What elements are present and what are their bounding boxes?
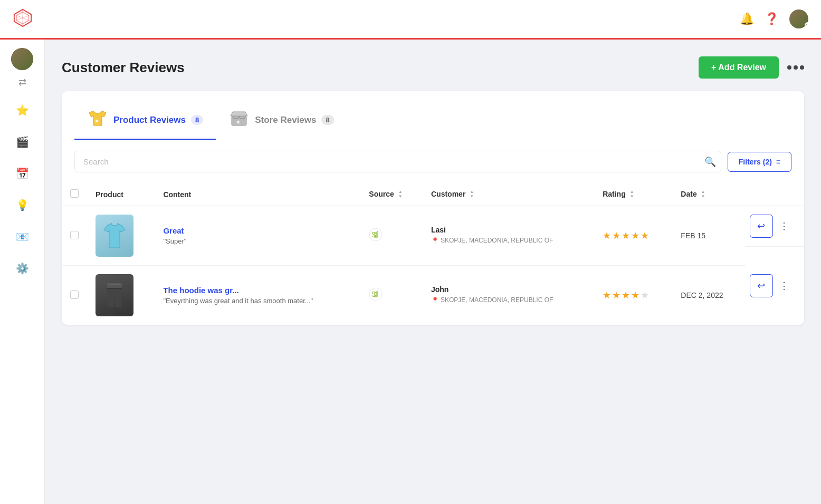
row1-product-cell (87, 206, 155, 266)
row2-star-4: ★ (631, 289, 639, 301)
search-button[interactable]: 🔍 (704, 156, 716, 168)
row1-star-5: ★ (641, 230, 649, 241)
tab-store-reviews[interactable]: ★ Store Reviews 8 (216, 102, 346, 140)
row1-location-text: SKOPJE, MACEDONIA, REPUBLIC OF (441, 236, 553, 245)
header-source[interactable]: Source ▲ ▼ (360, 183, 423, 206)
svg-text:★: ★ (94, 118, 99, 124)
row1-rating-cell: ★ ★ ★ ★ ★ (594, 206, 672, 266)
row1-shirt-image (96, 215, 133, 257)
sidebar-item-settings[interactable]: ⚙️ (9, 256, 35, 281)
logo[interactable] (13, 8, 33, 30)
row1-date-cell: FEB 15 (672, 206, 746, 266)
row2-star-1: ★ (603, 289, 611, 301)
calendar-icon: 📅 (16, 167, 29, 180)
row2-source-cell: S (360, 266, 423, 325)
svg-rect-18 (375, 293, 376, 295)
row2-customer-cell: John 📍 SKOPJE, MACEDONIA, REPUBLIC OF (423, 266, 594, 325)
more-options-button[interactable] (787, 65, 804, 70)
row2-star-2: ★ (612, 289, 620, 301)
reply-icon: ↩ (757, 220, 765, 232)
store-reviews-label: Store Reviews (255, 115, 316, 125)
row1-more-icon[interactable]: ⋮ (779, 220, 789, 232)
main-content: Customer Reviews + Add Review ★ (45, 40, 821, 504)
row2-star-3: ★ (622, 289, 630, 301)
row1-source-cell: S (360, 206, 423, 266)
reply-icon-2: ↩ (757, 280, 765, 292)
row2-content-cell: The hoodie was gr... "Eveyrthing was gre… (155, 266, 360, 325)
svg-rect-10 (374, 232, 378, 238)
store-reviews-badge: 8 (321, 115, 333, 125)
dot-3 (800, 65, 804, 70)
email-icon: 📧 (16, 230, 29, 243)
row2-location-pin-icon: 📍 (431, 296, 439, 305)
row2-more-icon[interactable]: ⋮ (779, 280, 789, 292)
search-filter-bar: 🔍 Filters (2) ≡ (62, 140, 804, 183)
search-input[interactable] (74, 151, 721, 172)
table-header-row: Product Content Source ▲ ▼ Customer (62, 183, 804, 206)
store-reviews-icon: ★ (228, 109, 250, 131)
header-checkbox[interactable] (70, 189, 79, 198)
svg-rect-17 (374, 292, 378, 297)
header-date[interactable]: Date ▲ ▼ (672, 183, 746, 206)
page-header-actions: + Add Review (699, 56, 804, 79)
row2-star-5: ★ (641, 289, 649, 301)
row2-location-text: SKOPJE, MACEDONIA, REPUBLIC OF (441, 296, 553, 305)
row2-actions-cell: ↩ ⋮ (746, 266, 804, 306)
user-avatar[interactable] (789, 9, 808, 28)
sidebar-switch-icon[interactable]: ⇄ (18, 76, 26, 88)
svg-rect-14 (108, 284, 121, 285)
row1-reply-button[interactable]: ↩ (750, 215, 773, 238)
sidebar-item-email[interactable]: 📧 (9, 224, 35, 249)
product-reviews-label: Product Reviews (113, 115, 186, 125)
reviews-table: Product Content Source ▲ ▼ Customer (62, 183, 804, 325)
row2-review-content: "Eveyrthing was great and it has smooth … (163, 297, 352, 305)
dot-1 (787, 65, 791, 70)
row1-star-4: ★ (631, 230, 639, 241)
row2-customer-location: 📍 SKOPJE, MACEDONIA, REPUBLIC OF (431, 296, 586, 305)
sidebar: ⇄ ⭐ 🎬 📅 💡 📧 ⚙️ (0, 40, 45, 504)
header-customer[interactable]: Customer ▲ ▼ (423, 183, 594, 206)
settings-icon: ⚙️ (16, 262, 29, 275)
header-checkbox-cell (62, 183, 87, 206)
row2-reply-button[interactable]: ↩ (750, 274, 773, 297)
bulb-icon: 💡 (16, 199, 29, 211)
top-navigation: 🔔 ❓ (0, 0, 821, 40)
row1-review-title: Great (163, 226, 352, 235)
row2-review-title: The hoodie was gr... (163, 286, 352, 295)
row1-location-pin-icon: 📍 (431, 237, 439, 246)
row2-pants-image (96, 274, 133, 316)
help-icon[interactable]: ❓ (765, 12, 779, 26)
row1-checkbox[interactable] (70, 231, 79, 239)
notifications-icon[interactable]: 🔔 (740, 12, 754, 26)
search-wrapper: 🔍 (74, 151, 721, 172)
search-icon: 🔍 (704, 157, 716, 167)
row1-product-thumbnail (96, 215, 133, 257)
page-title: Customer Reviews (62, 60, 185, 76)
media-icon: 🎬 (16, 135, 29, 148)
date-sort-arrows: ▲ ▼ (701, 190, 705, 199)
page-header: Customer Reviews + Add Review (62, 56, 804, 79)
row1-stars: ★ ★ ★ ★ ★ (603, 230, 664, 241)
row2-product-cell (87, 266, 155, 325)
row2-source-icon: S (369, 292, 383, 303)
row1-checkbox-cell (62, 206, 87, 266)
tab-product-reviews[interactable]: ★ Product Reviews 8 (74, 102, 216, 140)
filters-button[interactable]: Filters (2) ≡ (728, 152, 791, 172)
product-reviews-badge: 8 (191, 115, 203, 125)
sidebar-avatar[interactable] (11, 48, 33, 70)
row1-customer-cell: Lasi 📍 SKOPJE, MACEDONIA, REPUBLIC OF (423, 206, 594, 266)
row2-rating-cell: ★ ★ ★ ★ ★ (594, 266, 672, 325)
row2-checkbox[interactable] (70, 290, 79, 299)
filters-label: Filters (2) (739, 158, 772, 166)
header-rating[interactable]: Rating ▲ ▼ (594, 183, 672, 206)
sidebar-item-insights[interactable]: 💡 (9, 192, 35, 218)
sidebar-item-media[interactable]: 🎬 (9, 129, 35, 154)
row1-review-content: "Super" (163, 237, 352, 245)
svg-text:★: ★ (236, 119, 241, 125)
sidebar-item-reviews[interactable]: ⭐ (9, 98, 35, 123)
sidebar-item-calendar[interactable]: 📅 (9, 161, 35, 186)
add-review-button[interactable]: + Add Review (699, 56, 779, 79)
row2-stars: ★ ★ ★ ★ ★ (603, 289, 664, 301)
filter-icon: ≡ (776, 158, 780, 166)
table-row: Great "Super" S (62, 206, 804, 266)
